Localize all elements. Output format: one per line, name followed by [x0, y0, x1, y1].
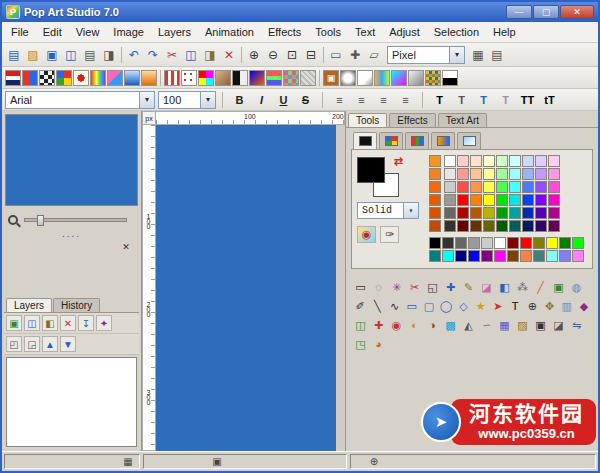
- sharpen-tool[interactable]: ◭: [460, 317, 477, 333]
- save-all-icon[interactable]: ◫: [62, 46, 80, 64]
- undo-icon[interactable]: ↶: [125, 46, 143, 64]
- color-swatch[interactable]: [457, 194, 469, 206]
- tab-effects[interactable]: Effects: [389, 113, 435, 127]
- color-swatch[interactable]: [481, 237, 493, 249]
- align-center-button[interactable]: ≡: [351, 91, 372, 109]
- color-swatch[interactable]: [496, 181, 508, 193]
- color-swatch[interactable]: [546, 237, 558, 249]
- color-tab-tri[interactable]: [405, 132, 429, 149]
- navigator-preview[interactable]: [5, 114, 138, 206]
- zoom-fit-icon[interactable]: ⊟: [302, 46, 320, 64]
- color-swatch[interactable]: [483, 155, 495, 167]
- open-icon[interactable]: ▨: [24, 46, 42, 64]
- menu-edit[interactable]: Edit: [36, 24, 69, 40]
- blur-tool[interactable]: ◍: [568, 279, 585, 295]
- color-swatch[interactable]: [429, 168, 441, 180]
- align-left-button[interactable]: ≡: [329, 91, 350, 109]
- color-swatch[interactable]: [429, 220, 441, 232]
- frame-tool[interactable]: ▣: [532, 317, 549, 333]
- status-zoom-icon[interactable]: ⊕: [367, 455, 381, 469]
- menu-adjust[interactable]: Adjust: [382, 24, 427, 40]
- bold-button[interactable]: B: [229, 91, 250, 109]
- color-swatch[interactable]: [522, 207, 534, 219]
- mirror-tool[interactable]: ⇋: [568, 317, 585, 333]
- color-swatch[interactable]: [455, 237, 467, 249]
- color-swatch[interactable]: [442, 237, 454, 249]
- color-swatch[interactable]: [483, 220, 495, 232]
- font-family-combo[interactable]: Arial ▾: [5, 91, 155, 109]
- font-size-combo[interactable]: 100 ▾: [158, 91, 216, 109]
- color-swatch[interactable]: [509, 155, 521, 167]
- color-swatch[interactable]: [457, 207, 469, 219]
- effect-emboss[interactable]: [408, 70, 424, 86]
- color-swatch[interactable]: [494, 250, 506, 262]
- color-swatch[interactable]: [520, 237, 532, 249]
- zoom-in-icon[interactable]: ⊕: [245, 46, 263, 64]
- scan-icon[interactable]: ◨: [100, 46, 118, 64]
- menu-layers[interactable]: Layers: [151, 24, 198, 40]
- color-swatch[interactable]: [429, 155, 441, 167]
- print-icon[interactable]: ▤: [81, 46, 99, 64]
- effect-checker[interactable]: [39, 70, 55, 86]
- copy-icon[interactable]: ◫: [182, 46, 200, 64]
- smudge-tool[interactable]: ∽: [478, 317, 495, 333]
- color-swatch[interactable]: [444, 181, 456, 193]
- redo-icon[interactable]: ↷: [144, 46, 162, 64]
- color-tab-gradient[interactable]: [431, 132, 455, 149]
- strikethrough-button[interactable]: S: [295, 91, 316, 109]
- menu-image[interactable]: Image: [106, 24, 151, 40]
- color-swatch[interactable]: [496, 194, 508, 206]
- color-swatch[interactable]: [559, 250, 571, 262]
- color-swatch[interactable]: [548, 168, 560, 180]
- hand-tool[interactable]: ✥: [541, 298, 557, 314]
- color-swatch[interactable]: [535, 168, 547, 180]
- color-swatch[interactable]: [468, 237, 480, 249]
- align-right-button[interactable]: ≡: [373, 91, 394, 109]
- effect-canvas[interactable]: [300, 70, 316, 86]
- lasso-tool[interactable]: ◌: [370, 279, 387, 295]
- color-swatch[interactable]: [546, 250, 558, 262]
- rounded-rect-tool[interactable]: ▢: [421, 298, 437, 314]
- color-swatch[interactable]: [548, 181, 560, 193]
- close-button[interactable]: ✕: [560, 5, 594, 19]
- menu-selection[interactable]: Selection: [427, 24, 486, 40]
- line-tool[interactable]: ╲: [369, 298, 385, 314]
- effect-gradient-orange[interactable]: [141, 70, 157, 86]
- pattern-tool[interactable]: ▦: [496, 317, 513, 333]
- color-swatch[interactable]: [572, 250, 584, 262]
- menu-animation[interactable]: Animation: [198, 24, 261, 40]
- pencil-tool[interactable]: ✎: [460, 279, 477, 295]
- color-swatch[interactable]: [470, 168, 482, 180]
- foreground-color-swatch[interactable]: [357, 157, 385, 183]
- color-swatch[interactable]: [509, 181, 521, 193]
- italic-button[interactable]: I: [251, 91, 272, 109]
- delete-icon[interactable]: ✕: [220, 46, 238, 64]
- minimize-button[interactable]: —: [506, 5, 532, 19]
- panel-grip[interactable]: ....: [4, 229, 139, 238]
- eyedropper-tool[interactable]: ✐: [352, 298, 368, 314]
- fill-style-combo[interactable]: Solid ▾: [357, 202, 419, 219]
- color-swatch[interactable]: [483, 168, 495, 180]
- layer-mask-icon[interactable]: ◧: [42, 315, 58, 331]
- color-swatch[interactable]: [572, 237, 584, 249]
- dodge-tool[interactable]: ◐: [406, 317, 423, 333]
- status-canvas-icon[interactable]: ▣: [210, 455, 224, 469]
- effect-oil[interactable]: [374, 70, 390, 86]
- new-icon[interactable]: ▤: [5, 46, 23, 64]
- color-swatch[interactable]: [507, 250, 519, 262]
- effect-mosaic[interactable]: [283, 70, 299, 86]
- color-swatch[interactable]: [444, 220, 456, 232]
- color-swatch[interactable]: [522, 220, 534, 232]
- color-swatch[interactable]: [520, 250, 532, 262]
- brush-set-icon[interactable]: ✑: [380, 226, 399, 243]
- zoom-slider-thumb[interactable]: [37, 215, 44, 226]
- red-eye-tool[interactable]: ◉: [388, 317, 405, 333]
- text-style-3d[interactable]: T: [495, 91, 516, 109]
- effect-pop-grid[interactable]: [198, 70, 214, 86]
- layers-list[interactable]: [6, 357, 137, 447]
- color-swatch[interactable]: [522, 181, 534, 193]
- stamp-tool[interactable]: ▣: [550, 279, 567, 295]
- underline-button[interactable]: U: [273, 91, 294, 109]
- effect-gradient-blue[interactable]: [124, 70, 140, 86]
- color-swatch[interactable]: [429, 250, 441, 262]
